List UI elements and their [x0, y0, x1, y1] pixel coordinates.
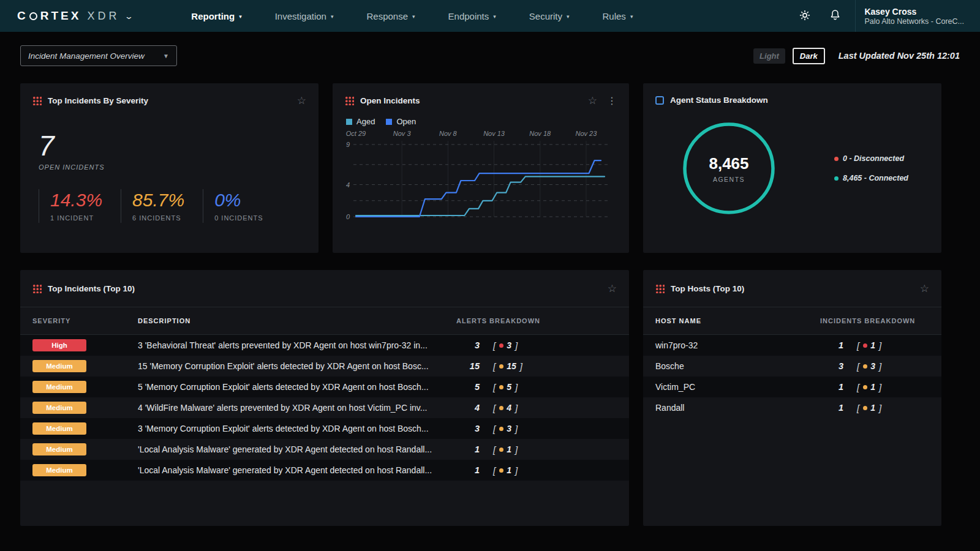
user-org: Palo Alto Networks - CoreC...	[864, 17, 964, 26]
favorite-star-icon[interactable]: ☆	[608, 283, 617, 294]
legend-label: Open	[396, 117, 416, 126]
host-row[interactable]: Randall 1 [ 1 ]	[643, 397, 941, 418]
nav-item-label: Security	[529, 11, 562, 21]
incident-row[interactable]: Medium 5 'Memory Corruption Exploit' ale…	[20, 377, 629, 397]
severity-dot	[863, 364, 867, 369]
alert-count: 1	[456, 465, 480, 475]
severity-badge: Medium	[32, 443, 86, 455]
host-row[interactable]: Bosche 3 [ 3 ]	[643, 356, 941, 377]
nav-item-label: Reporting	[191, 11, 235, 21]
svg-text:Nov 18: Nov 18	[529, 130, 551, 137]
severity-dot	[863, 385, 867, 389]
brand-logo[interactable]: C RTEX XDR ⌄	[17, 9, 132, 23]
widget-dots-icon	[32, 284, 42, 293]
last-updated-text: Last Updated Nov 25th 12:01	[839, 51, 960, 61]
legend-label: 8,465 - Connected	[843, 174, 908, 182]
alerts-breakdown: 1 [ 1 ]	[456, 465, 617, 476]
theme-dark-button[interactable]: Dark	[793, 48, 825, 64]
hosts-table-header: HOST NAME INCIDENTS BREAKDOWN	[643, 307, 941, 335]
severity-dot	[499, 448, 503, 452]
incident-row[interactable]: Medium 3 'Memory Corruption Exploit' ale…	[20, 418, 629, 439]
nav-item-label: Response	[366, 11, 408, 21]
incident-description: 5 'Memory Corruption Exploit' alerts det…	[138, 382, 456, 392]
top-nav: C RTEX XDR ⌄ Reporting ▾ Investigation ▾…	[0, 0, 980, 32]
incident-count: 1	[820, 340, 843, 350]
nav-item-security[interactable]: Security ▾	[529, 11, 570, 21]
incident-count: 3	[820, 361, 843, 371]
favorite-star-icon[interactable]: ☆	[920, 283, 929, 294]
favorite-star-icon[interactable]: ☆	[588, 96, 597, 106]
agent-status-body: 8,465 AGENTS 0 - Disconnected 8,465 - Co…	[643, 105, 941, 217]
cortex-target-icon	[29, 12, 37, 20]
nav-item-endpoints[interactable]: Endpoints ▾	[448, 11, 496, 21]
total-number: 7	[39, 132, 318, 160]
notifications-button[interactable]	[820, 4, 850, 28]
gear-icon	[798, 9, 812, 24]
kebab-menu-icon[interactable]: ⋮	[603, 96, 617, 106]
brand-sub-text: XDR	[87, 10, 119, 23]
severity-badge: Medium	[32, 402, 86, 414]
card-title: Agent Status Breakdown	[670, 96, 768, 105]
incident-row[interactable]: Medium 4 'WildFire Malware' alerts preve…	[20, 397, 629, 418]
incident-row[interactable]: Medium 15 'Memory Corruption Exploit' al…	[20, 356, 629, 377]
incident-row[interactable]: Medium 'Local Analysis Malware' generate…	[20, 460, 629, 481]
nav-item-label: Rules	[603, 11, 626, 21]
dashboard-select[interactable]: Incident Management Overview ▼	[20, 45, 177, 66]
legend-item: 8,465 - Connected	[834, 174, 908, 182]
host-name: Victim_PC	[655, 382, 820, 392]
incidents-breakdown: 1 [ 1 ]	[820, 340, 929, 351]
theme-light-button[interactable]: Light	[753, 48, 785, 64]
widget-square-icon	[655, 96, 664, 105]
chevron-down-icon[interactable]: ⌄	[124, 12, 134, 21]
legend-label: 0 - Disconnected	[843, 154, 904, 163]
card-top-hosts-table: Top Hosts (Top 10) ☆ HOST NAME INCIDENTS…	[643, 270, 941, 526]
card-title: Top Hosts (Top 10)	[671, 284, 744, 293]
settings-button[interactable]	[790, 4, 820, 29]
user-menu[interactable]: Kasey Cross Palo Alto Networks - CoreC..…	[864, 7, 980, 26]
legend-dot	[834, 176, 839, 181]
widget-dots-icon	[655, 284, 665, 293]
incident-row[interactable]: High 3 'Behavioral Threat' alerts preven…	[20, 335, 629, 356]
toolbar-right: Light Dark Last Updated Nov 25th 12:01	[753, 48, 960, 64]
column-header-description: DESCRIPTION	[138, 317, 456, 324]
incidents-table-rows: High 3 'Behavioral Threat' alerts preven…	[20, 335, 629, 481]
stat-percent: 14.3%	[50, 190, 102, 210]
nav-item-reporting[interactable]: Reporting ▾	[191, 11, 241, 21]
nav-item-response[interactable]: Response ▾	[366, 11, 415, 21]
incident-row[interactable]: Medium 'Local Analysis Malware' generate…	[20, 439, 629, 460]
alert-count: 3	[456, 424, 480, 433]
severity-dot	[499, 468, 503, 473]
card-open-incidents: Open Incidents ☆ ⋮ Aged Open Oct 29Nov 3…	[333, 83, 629, 253]
incident-description: 'Local Analysis Malware' generated by XD…	[138, 465, 456, 475]
nav-items: Reporting ▾ Investigation ▾ Response ▾ E…	[191, 11, 633, 21]
chart-legend: Aged Open	[333, 106, 629, 126]
card-title: Top Incidents (Top 10)	[48, 284, 135, 293]
chevron-down-icon: ▾	[412, 12, 415, 20]
severity-stat: 0% 0 INCIDENTS	[203, 189, 281, 223]
brand-text: C	[17, 9, 28, 23]
hosts-table-rows: win7pro-32 1 [ 1 ] Bosche 3 [ 3 ] Victim…	[643, 335, 941, 418]
incidents-table-header: SEVERITY DESCRIPTION ALERTS BREAKDOWN	[20, 307, 629, 335]
severity-badge: Medium	[32, 422, 86, 435]
legend-dot	[834, 157, 839, 161]
legend-item: Aged	[346, 117, 375, 126]
incident-description: 3 'Memory Corruption Exploit' alerts det…	[138, 424, 456, 433]
card-agent-status-breakdown: Agent Status Breakdown 8,465 AGENTS 0 - …	[643, 83, 941, 253]
bell-icon	[829, 9, 842, 23]
nav-item-rules[interactable]: Rules ▾	[603, 11, 633, 21]
favorite-star-icon[interactable]: ☆	[297, 96, 306, 106]
card-title: Top Incidents By Severity	[48, 96, 148, 105]
nav-item-investigation[interactable]: Investigation ▾	[275, 11, 334, 21]
open-incidents-total: 7 OPEN INCIDENTS	[39, 132, 318, 171]
agents-total: 8,465	[709, 154, 748, 173]
card-top-incidents-by-severity: Top Incidents By Severity ☆ 7 OPEN INCID…	[20, 83, 318, 253]
brand-text: RTEX	[40, 9, 81, 23]
severity-badge: High	[32, 339, 86, 351]
stat-percent: 0%	[214, 190, 263, 210]
chevron-down-icon: ▾	[630, 12, 633, 20]
severity-stat: 85.7% 6 INCIDENTS	[121, 189, 203, 223]
card-title: Open Incidents	[360, 96, 420, 105]
stat-percent: 85.7%	[132, 190, 184, 210]
host-row[interactable]: win7pro-32 1 [ 1 ]	[643, 335, 941, 356]
host-row[interactable]: Victim_PC 1 [ 1 ]	[643, 377, 941, 397]
